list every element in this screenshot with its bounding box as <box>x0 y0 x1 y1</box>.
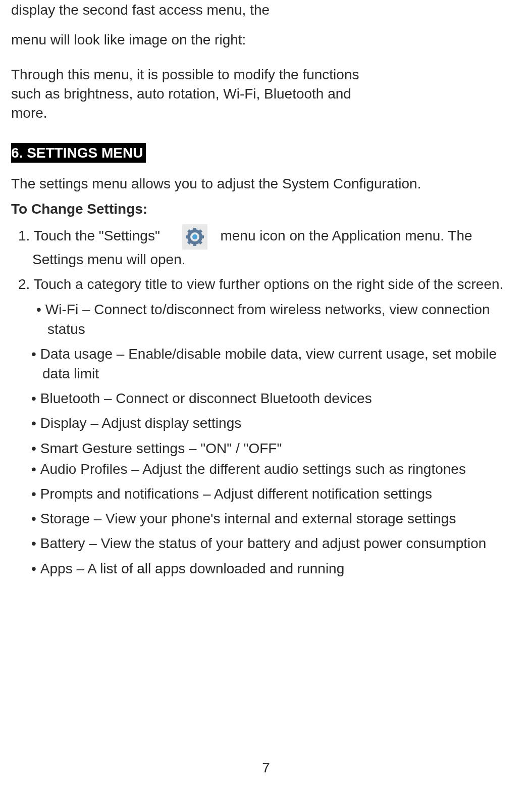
bullet-wifi: Wi-Fi – Connect to/disconnect from wirel… <box>11 300 519 339</box>
svg-line-7 <box>199 230 201 232</box>
bullet-apps: Apps – A list of all apps downloaded and… <box>11 559 519 578</box>
step-2-number: 2. <box>18 276 34 292</box>
bullet-prompts: Prompts and notifications – Adjust diffe… <box>11 484 519 504</box>
bullet-battery: Battery – View the status of your batter… <box>11 533 519 553</box>
bullet-audio-profiles: Audio Profiles – Adjust the different au… <box>11 459 519 479</box>
svg-point-10 <box>192 234 197 239</box>
bullet-storage: Storage – View your phone's internal and… <box>11 509 519 528</box>
step-1: 1. Touch the "Settings" <box>11 224 519 269</box>
svg-line-9 <box>199 241 201 243</box>
section-heading: 6. SETTINGS MENU <box>11 143 146 163</box>
intro-line-1: display the second fast access menu, the <box>11 0 519 21</box>
bullet-smart-gesture: Smart Gesture settings – "ON" / "OFF" <box>11 438 519 458</box>
bullet-bluetooth: Bluetooth – Connect or disconnect Blueto… <box>11 388 519 408</box>
step-2-text: Touch a category title to view further o… <box>34 276 504 292</box>
intro-line-2: menu will look like image on the right: <box>11 30 519 51</box>
settings-icon <box>182 224 207 250</box>
svg-line-8 <box>188 241 190 243</box>
svg-line-6 <box>188 230 190 232</box>
step-1-text-a: Touch the "Settings" <box>34 228 160 244</box>
step-1-number: 1. <box>18 228 34 244</box>
subheading: To Change Settings: <box>11 201 519 217</box>
bullet-display: Display – Adjust display settings <box>11 413 519 433</box>
page-number: 7 <box>0 760 532 776</box>
intro-para-2: Through this menu, it is possible to mod… <box>11 65 364 122</box>
step-2: 2. Touch a category title to view furthe… <box>11 274 519 294</box>
bullet-data-usage: Data usage – Enable/disable mobile data,… <box>11 344 519 383</box>
section-lead: The settings menu allows you to adjust t… <box>11 174 519 194</box>
